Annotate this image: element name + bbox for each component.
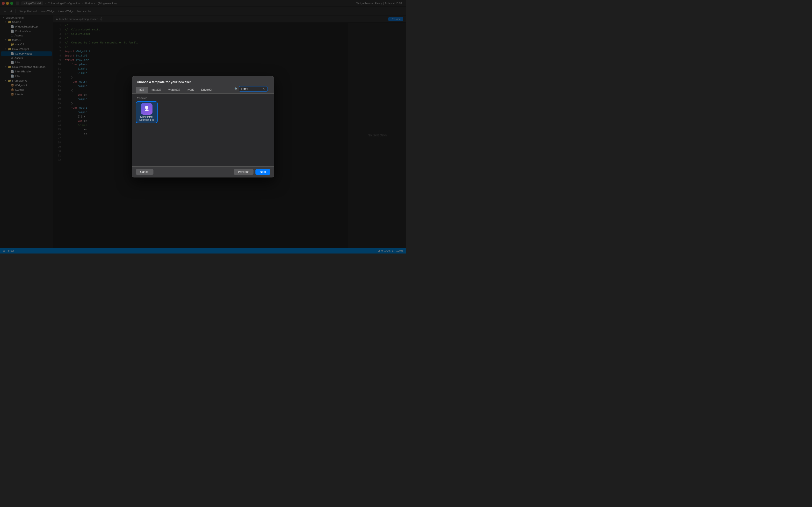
modal-tabs: iOS macOS watchOS tvOS DriverKit: [136, 87, 216, 93]
next-button[interactable]: Next: [255, 169, 270, 175]
modal-title: Choose a template for your new file:: [132, 76, 274, 86]
sirikit-icon: [141, 103, 152, 115]
tab-macos[interactable]: macOS: [148, 87, 165, 93]
modal-footer: Cancel Previous Next: [132, 166, 274, 177]
search-icon: 🔍: [235, 88, 238, 91]
tab-driverkit[interactable]: DriverKit: [197, 87, 216, 93]
svg-point-0: [145, 106, 148, 109]
tab-tvos[interactable]: tvOS: [184, 87, 198, 93]
cancel-button[interactable]: Cancel: [136, 169, 153, 175]
modal-overlay: Choose a template for your new file: iOS…: [0, 0, 406, 253]
modal-items-grid: SiriKit IntentDefinition File: [136, 101, 270, 123]
search-clear-icon[interactable]: ✕: [262, 87, 265, 91]
section-label: Resource: [136, 97, 270, 100]
previous-button[interactable]: Previous: [234, 169, 254, 175]
modal-search-container: 🔍 ✕: [235, 86, 270, 92]
template-modal: Choose a template for your new file: iOS…: [132, 76, 274, 177]
modal-tabs-row: iOS macOS watchOS tvOS DriverKit 🔍 ✕: [132, 86, 274, 94]
modal-item-sirikit[interactable]: SiriKit IntentDefinition File: [136, 101, 158, 123]
modal-body: Resource SiriKit IntentDefinition File: [132, 94, 274, 166]
tab-ios[interactable]: iOS: [136, 87, 148, 93]
tab-watchos[interactable]: watchOS: [165, 87, 184, 93]
item-label: SiriKit IntentDefinition File: [140, 116, 154, 121]
